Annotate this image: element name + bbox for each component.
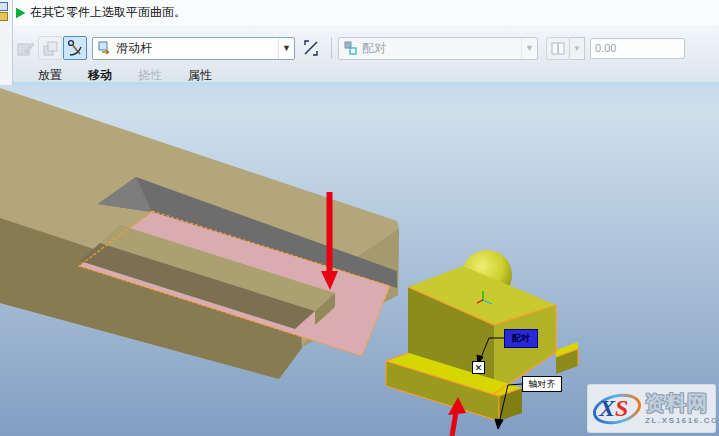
toolbar-separator <box>331 37 332 59</box>
cropped-cube-icon-2 <box>0 12 8 21</box>
reference-constraint-tag[interactable]: 轴对齐 <box>522 376 562 392</box>
constraint-select-value: 配对 <box>362 40 521 57</box>
watermark-xs-text: XS <box>599 395 628 422</box>
placement-interface-button <box>13 36 37 60</box>
active-constraint-tag[interactable]: 配对 <box>504 329 538 348</box>
tab-move[interactable]: 移动 <box>88 67 112 84</box>
tab-properties[interactable]: 属性 <box>188 67 212 84</box>
base-plate-part[interactable] <box>0 88 399 379</box>
graphics-viewport[interactable]: ✕ 配对 轴对齐 XS 资料网 ZL.XS1616.COM <box>0 85 719 436</box>
left-toolbar-strip <box>0 0 13 85</box>
offset-type-dropdown-icon: ▼ <box>570 37 585 60</box>
tab-flexibility: 挠性 <box>138 67 162 84</box>
slider-component-part[interactable] <box>386 250 578 421</box>
component-select-dropdown-icon[interactable]: ▼ <box>278 38 294 59</box>
prompt-arrow-icon <box>16 8 25 18</box>
constraint-drag-handle[interactable]: ✕ <box>472 361 485 374</box>
manual-place-button <box>38 36 62 60</box>
constraint-type-icon <box>344 41 358 55</box>
component-icon <box>98 41 112 55</box>
watermark-site-url: ZL.XS1616.COM <box>645 416 719 425</box>
move-component-icon <box>66 39 84 57</box>
flip-arrows-icon <box>302 39 320 57</box>
constraint-select: 配对 ▼ <box>338 37 538 60</box>
offset-type-icon <box>551 42 565 55</box>
watermark-site-name: 资料网 <box>645 393 708 413</box>
offset-type-button <box>546 37 570 60</box>
manual-place-icon <box>42 40 59 57</box>
assembly-dashboard: 滑动杆 ▼ 配对 ▼ ▼ <box>0 25 719 85</box>
component-select-value: 滑动杆 <box>116 40 278 57</box>
status-bar: 在其它零件上选取平面曲面。 <box>0 0 719 25</box>
dashboard-tabs: 放置 移动 挠性 属性 <box>38 65 212 85</box>
tab-placement[interactable]: 放置 <box>38 67 62 84</box>
interface-place-icon <box>17 40 34 57</box>
dashboard-row-controls: 滑动杆 ▼ 配对 ▼ ▼ <box>13 35 719 61</box>
status-message: 在其它零件上选取平面曲面。 <box>30 4 186 21</box>
component-select[interactable]: 滑动杆 ▼ <box>92 37 295 60</box>
constraint-select-dropdown-icon: ▼ <box>521 38 537 59</box>
offset-value-input <box>590 38 685 59</box>
watermark-logo: XS <box>591 389 643 429</box>
move-component-button[interactable] <box>63 36 87 60</box>
flip-constraint-button[interactable] <box>299 36 323 60</box>
watermark-panel: XS 资料网 ZL.XS1616.COM <box>587 384 716 433</box>
offset-type-group: ▼ <box>546 37 585 60</box>
watermark-text: 资料网 ZL.XS1616.COM <box>645 393 719 425</box>
cropped-cube-icon-1 <box>0 2 8 11</box>
